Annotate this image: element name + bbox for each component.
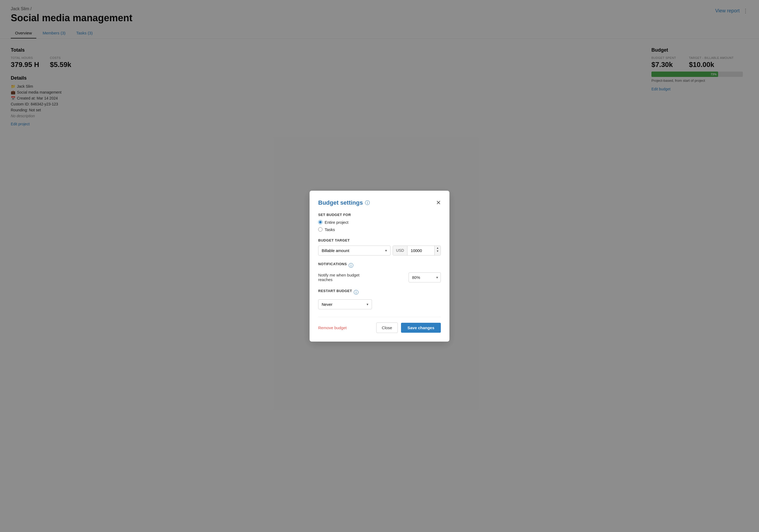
modal-close-button[interactable]: ✕ [436, 200, 441, 206]
help-icon[interactable]: ⓘ [365, 200, 370, 206]
notifications-help-icon[interactable]: ⓘ [348, 262, 353, 269]
notifications-label: NOTIFICATIONS [318, 262, 347, 266]
modal-overlay: Budget settings ⓘ ✕ SET BUDGET FOR Entir… [0, 0, 759, 532]
budget-target-section: BUDGET TARGET Billable amount ▾ USD ▲ ▼ [318, 238, 441, 256]
percent-select[interactable]: 80% 50% 90% 100% [409, 272, 441, 282]
radio-tasks[interactable]: Tasks [318, 227, 441, 232]
notifications-section: NOTIFICATIONS ⓘ Notify me when budget re… [318, 262, 441, 282]
notify-row: Notify me when budget reaches 80% 50% 90… [318, 272, 441, 282]
modal-title: Budget settings [318, 199, 363, 206]
remove-budget-button[interactable]: Remove budget [318, 325, 347, 330]
budget-type-value: Billable amount [322, 248, 349, 253]
budget-settings-modal: Budget settings ⓘ ✕ SET BUDGET FOR Entir… [309, 191, 450, 342]
currency-amount-group: USD ▲ ▼ [393, 246, 441, 256]
radio-entire-project-label: Entire project [325, 220, 348, 225]
save-changes-button[interactable]: Save changes [401, 323, 441, 333]
restart-dropdown[interactable]: Never ▾ [318, 299, 372, 309]
notify-text-line2: reaches [318, 277, 359, 282]
notify-text: Notify me when budget reaches [318, 273, 359, 282]
budget-for-radio-group: Entire project Tasks [318, 220, 441, 232]
spinner-up-button[interactable]: ▲ [436, 246, 439, 250]
spinner-down-button[interactable]: ▼ [436, 250, 439, 253]
chevron-down-icon: ▾ [385, 249, 387, 253]
budget-target-label: BUDGET TARGET [318, 238, 441, 242]
amount-spinners: ▲ ▼ [434, 246, 441, 255]
budget-target-row: Billable amount ▾ USD ▲ ▼ [318, 246, 441, 256]
radio-tasks-input[interactable] [318, 227, 323, 231]
radio-entire-project-input[interactable] [318, 220, 323, 224]
amount-input[interactable] [408, 246, 434, 255]
close-button[interactable]: Close [376, 322, 398, 333]
modal-footer: Remove budget Close Save changes [318, 317, 441, 333]
restart-budget-section: RESTART BUDGET ⓘ Never ▾ [318, 289, 441, 309]
restart-value: Never [322, 302, 333, 307]
currency-label: USD [393, 246, 408, 255]
radio-entire-project[interactable]: Entire project [318, 220, 441, 225]
radio-tasks-label: Tasks [325, 227, 335, 232]
notify-text-line1: Notify me when budget [318, 273, 359, 277]
percent-select-wrapper: 80% 50% 90% 100% [409, 272, 441, 282]
restart-budget-label: RESTART BUDGET [318, 289, 352, 293]
restart-chevron-icon: ▾ [367, 302, 369, 307]
modal-header: Budget settings ⓘ ✕ [318, 199, 441, 206]
restart-help-icon[interactable]: ⓘ [354, 289, 359, 296]
budget-type-dropdown[interactable]: Billable amount ▾ [318, 246, 390, 256]
set-budget-for-label: SET BUDGET FOR [318, 213, 441, 217]
